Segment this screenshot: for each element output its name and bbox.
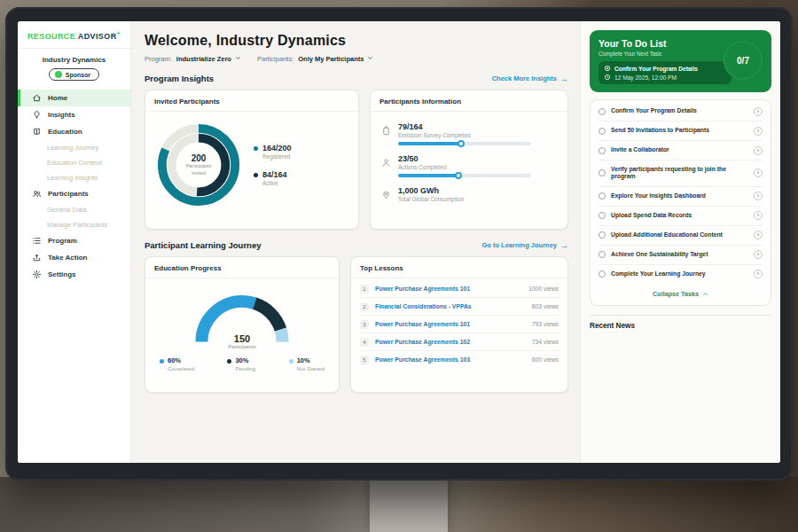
participants-dropdown[interactable]: Only My Participants — [298, 55, 373, 63]
lesson-link[interactable]: Power Purchase Agreements 103 — [375, 356, 526, 363]
task-checkbox[interactable] — [598, 251, 606, 258]
lightbulb-icon — [32, 110, 42, 120]
lesson-link[interactable]: Power Purchase Agreements 102 — [375, 339, 526, 345]
todo-task[interactable]: Send 50 Invitations to Participants › — [598, 121, 763, 141]
task-label: Explore Your Insights Dashboard — [611, 192, 748, 200]
chevron-right-icon[interactable]: › — [754, 270, 763, 278]
chevron-down-icon — [235, 55, 241, 63]
todo-task[interactable]: Invite a Collaborator › — [598, 141, 763, 160]
check-more-insights-link[interactable]: Check More Insights → — [492, 74, 568, 83]
task-checkbox[interactable] — [598, 212, 606, 219]
todo-task[interactable]: Achieve One Sustainability Target › — [598, 246, 763, 265]
task-label: Upload Additional Educational Content — [611, 231, 748, 239]
sidebar-item-participants[interactable]: Participants — [18, 185, 130, 202]
todo-task[interactable]: Confirm Your Program Details › — [598, 102, 763, 121]
sidebar-item-program[interactable]: Program — [18, 232, 130, 249]
sidebar-item-learning-insights[interactable]: Learning Insights — [18, 170, 130, 185]
task-checkbox[interactable] — [598, 270, 606, 278]
card-title: Participants Information — [371, 90, 567, 112]
task-checkbox[interactable] — [598, 147, 606, 154]
sponsor-badge[interactable]: Sponsor — [49, 68, 99, 81]
arrow-right-icon: → — [560, 241, 568, 250]
chevron-right-icon[interactable]: › — [754, 146, 763, 155]
sidebar-item-general-data[interactable]: General Data — [18, 202, 130, 217]
chevron-right-icon[interactable]: › — [754, 107, 763, 116]
sidebar-item-label: Participants — [48, 190, 89, 198]
logo-plus: + — [117, 30, 121, 36]
task-checkbox[interactable] — [598, 192, 606, 200]
task-checkbox[interactable] — [598, 169, 606, 176]
participants-information-card: Participants Information 79/164 Emission… — [370, 90, 568, 230]
sidebar-item-manage-participants[interactable]: Manage Participants — [18, 217, 130, 232]
card-title: Top Lessons — [351, 257, 567, 278]
sidebar-item-label: Learning Insights — [47, 174, 98, 182]
lesson-link[interactable]: Power Purchase Agreements 101 — [375, 321, 526, 327]
lesson-views: 600 views — [532, 356, 559, 363]
program-filter: Program: Industrialize Zero — [145, 55, 241, 63]
todo-progress-value: 0/7 — [737, 56, 749, 66]
todo-tasks-card: Confirm Your Program Details › Send 50 I… — [590, 99, 771, 306]
sidebar-item-education[interactable]: Education — [18, 123, 130, 140]
task-checkbox[interactable] — [598, 128, 606, 135]
legend-dot — [254, 173, 258, 177]
info-row-consumption: 1,000 GWh Total Global Consumption — [381, 182, 557, 207]
sidebar-item-settings[interactable]: Settings — [18, 266, 130, 283]
task-label: Complete Your Learning Journey — [611, 270, 748, 278]
clock-icon — [604, 74, 611, 81]
collapse-tasks-link[interactable]: Collapse Tasks — [598, 284, 763, 303]
task-label: Verify participants requesting to join t… — [611, 166, 748, 182]
monitor-stand — [370, 475, 448, 532]
sidebar-item-insights[interactable]: Insights — [18, 106, 130, 123]
go-to-learning-journey-link[interactable]: Go to Learning Journey → — [481, 241, 568, 250]
sidebar-item-take-action[interactable]: Take Action — [18, 249, 130, 266]
sidebar-item-learning-journey[interactable]: Learning Journey — [18, 140, 130, 155]
legend-label: Active — [262, 180, 287, 186]
program-dropdown-value: Industrialize Zero — [176, 55, 231, 63]
education-progress-card: Education Progress 150 Participants — [145, 256, 340, 393]
gauge-center: 150 Participants — [185, 333, 299, 349]
todo-progress-ring: 0/7 — [724, 41, 763, 80]
sidebar-item-label: Take Action — [48, 254, 87, 262]
task-checkbox[interactable] — [598, 108, 606, 115]
task-label: Achieve One Sustainability Target — [611, 251, 748, 259]
todo-summary-card: Your To Do List Complete Your Next Task:… — [590, 30, 771, 92]
info-value: 79/164 — [398, 122, 557, 131]
info-label: Actions Completed — [398, 164, 557, 170]
invited-participants-card: Invited Participants 200 — [145, 90, 359, 230]
chevron-right-icon[interactable]: › — [754, 231, 763, 239]
chevron-right-icon[interactable]: › — [754, 127, 763, 136]
lesson-link[interactable]: Financial Considerations - VPPAs — [375, 303, 526, 309]
todo-task[interactable]: Complete Your Learning Journey › — [598, 265, 763, 284]
chevron-right-icon[interactable]: › — [754, 168, 763, 177]
todo-task[interactable]: Explore Your Insights Dashboard › — [598, 187, 763, 207]
invited-donut-section: 200 Participants Invited 164/200 Registe — [145, 112, 358, 218]
legend-dot — [254, 146, 258, 151]
legend-item-completed: 60% Completed — [160, 356, 194, 372]
todo-task[interactable]: Verify participants requesting to join t… — [598, 160, 763, 187]
location-pin-icon — [381, 187, 391, 197]
task-label: Upload Spend Data Records — [611, 212, 748, 220]
legend-item-registered: 164/200 Registered — [254, 144, 292, 160]
next-task-box[interactable]: Confirm Your Program Details 12 May 2025… — [598, 61, 732, 84]
gauge-center-label: Participants — [185, 344, 299, 349]
program-dropdown[interactable]: Industrialize Zero — [176, 55, 241, 63]
lesson-link[interactable]: Power Purchase Agreements 101 — [375, 286, 522, 292]
legend-value: 60% — [168, 356, 194, 364]
program-insights-cards: Invited Participants 200 — [145, 90, 568, 230]
sidebar-item-education-content[interactable]: Education Content — [18, 155, 130, 170]
chevron-right-icon[interactable]: › — [754, 192, 763, 200]
task-checkbox[interactable] — [598, 231, 606, 239]
sidebar-item-home[interactable]: Home — [18, 90, 130, 106]
top-lessons-card: Top Lessons 1 Power Purchase Agreements … — [350, 256, 568, 393]
lesson-rank: 4 — [360, 338, 369, 347]
info-label: Total Global Consumption — [398, 196, 557, 202]
chevron-right-icon[interactable]: › — [754, 211, 763, 220]
todo-task[interactable]: Upload Additional Educational Content › — [598, 226, 763, 246]
chevron-right-icon[interactable]: › — [754, 250, 763, 259]
logo-advisor: ADVISOR — [78, 32, 117, 41]
legend-item-not-started: 10% Not Started — [289, 356, 325, 372]
donut-legend: 164/200 Registered 84/164 Active — [254, 144, 292, 186]
todo-task[interactable]: Upload Spend Data Records › — [598, 207, 763, 226]
page-title: Welcome, Industry Dynamics — [145, 33, 568, 49]
lesson-views: 803 views — [532, 303, 559, 309]
